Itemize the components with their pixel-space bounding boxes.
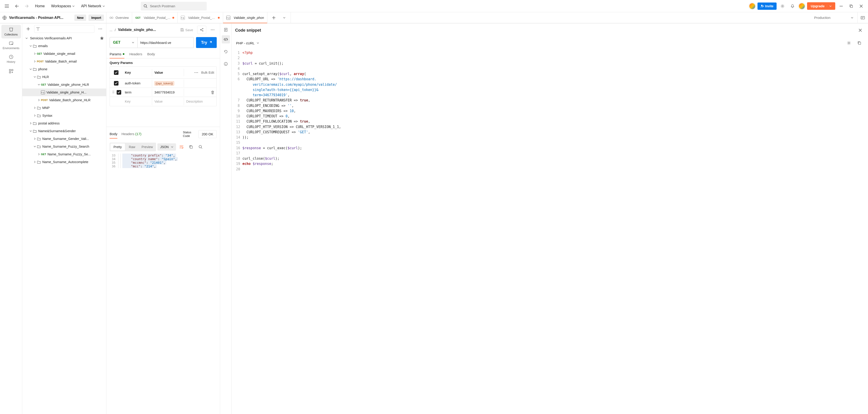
view-pretty[interactable]: Pretty: [110, 143, 125, 151]
window-maximize-icon[interactable]: [847, 2, 855, 10]
param-desc-placeholder[interactable]: Description: [184, 98, 216, 105]
environment-selector[interactable]: Production: [810, 12, 858, 23]
nav-home[interactable]: Home: [33, 2, 47, 10]
nav-workspaces-label: Workspaces: [51, 4, 71, 8]
more-options-icon[interactable]: [209, 26, 217, 34]
nav-configure[interactable]: [1, 67, 21, 76]
url-input[interactable]: https://dashboard.ve: [137, 37, 194, 48]
nav-history[interactable]: History: [1, 52, 21, 66]
view-preview[interactable]: Preview: [138, 143, 156, 151]
bulk-edit-button[interactable]: Bulk Edit: [201, 71, 214, 75]
tree-folder-emails[interactable]: emails: [22, 42, 106, 50]
method-selector[interactable]: GET: [110, 37, 137, 48]
close-snippet-icon[interactable]: [856, 26, 864, 34]
tab-validate-postal-1[interactable]: GET Validate_Postal_Adc: [132, 12, 178, 23]
delete-row-icon[interactable]: [211, 91, 214, 94]
row-checkbox[interactable]: [114, 81, 119, 86]
star-icon[interactable]: [100, 36, 104, 40]
param-key[interactable]: term: [123, 89, 152, 96]
snippet-settings-icon[interactable]: [845, 39, 853, 47]
breadcrumb[interactable]: ...: [110, 28, 113, 32]
save-button[interactable]: Save: [179, 27, 195, 33]
tab-validate-postal-2[interactable]: e.g. Validate_Postal_Adc: [178, 12, 223, 23]
response-tab-body[interactable]: Body: [110, 132, 117, 136]
more-options-icon[interactable]: [96, 25, 104, 33]
new-tab-button[interactable]: [270, 13, 278, 22]
window-minimize-icon[interactable]: [837, 2, 845, 10]
wrap-lines-icon[interactable]: [177, 143, 186, 151]
tab-validate-single-phone[interactable]: e.g. Validate_single_phon: [223, 12, 267, 23]
tree-example[interactable]: e.g. Validate_single_phone_H...: [22, 88, 106, 96]
folder-icon: [37, 106, 41, 110]
copy-snippet-icon[interactable]: [855, 39, 864, 47]
search-response-icon[interactable]: [196, 143, 205, 151]
tree-folder[interactable]: Name_Surname_Gender_Vali...: [22, 135, 106, 143]
notifications-icon[interactable]: [788, 2, 797, 10]
select-all-checkbox[interactable]: [114, 70, 119, 75]
table-row: auth-token {{api_token}}: [110, 79, 216, 88]
back-icon[interactable]: [13, 2, 21, 10]
tree-folder-nsg[interactable]: Name&Surname&Gender: [22, 127, 106, 135]
tree-request[interactable]: POST Validate_Batch_phone_HLR: [22, 96, 106, 104]
more-options-icon[interactable]: [193, 68, 199, 77]
hamburger-icon[interactable]: [3, 2, 11, 10]
share-button[interactable]: [197, 26, 206, 34]
param-value[interactable]: {{api_token}}: [152, 80, 184, 87]
tree-folder-phone[interactable]: phone: [22, 65, 106, 73]
param-value[interactable]: 34677934019: [152, 89, 184, 96]
settings-icon[interactable]: [778, 2, 786, 10]
add-button[interactable]: [24, 25, 32, 33]
try-button[interactable]: Try: [196, 37, 217, 48]
example-icon: e.g.: [41, 90, 45, 94]
tree-request[interactable]: GET Name_Surname_Fuzzy_Se...: [22, 150, 106, 158]
param-description[interactable]: [184, 89, 216, 96]
info-icon[interactable]: [222, 60, 230, 68]
refresh-icon[interactable]: [222, 48, 230, 56]
filter-input[interactable]: [34, 25, 94, 33]
new-button[interactable]: New: [74, 14, 86, 21]
format-selector[interactable]: JSON: [157, 143, 176, 151]
drag-handle-icon[interactable]: ⠿: [110, 89, 114, 96]
snippet-code: 1<?php23$curl = curl_init();45curl_setop…: [231, 49, 868, 173]
response-tab-headers[interactable]: Headers (17): [121, 132, 142, 136]
code-snippet-icon[interactable]: [222, 35, 230, 43]
team-avatar[interactable]: [749, 3, 756, 9]
documentation-icon[interactable]: [222, 26, 230, 34]
nav-collections[interactable]: Collections: [1, 25, 21, 38]
tree-request[interactable]: GET Validate_single_phone_HLR: [22, 81, 106, 88]
search-input[interactable]: Search Postman: [141, 2, 207, 10]
snippet-language-selector[interactable]: PHP - cURL: [236, 41, 254, 45]
param-value-placeholder[interactable]: Value: [152, 98, 184, 105]
row-checkbox[interactable]: [117, 90, 121, 95]
view-raw[interactable]: Raw: [126, 143, 138, 151]
tree-folder[interactable]: Name_Surname_Fuzzy_Search: [22, 143, 106, 150]
user-avatar[interactable]: [798, 3, 805, 9]
param-key-placeholder[interactable]: Key: [123, 98, 152, 105]
tree-folder-syntax[interactable]: Syntax: [22, 112, 106, 119]
tree-folder[interactable]: Name_Surname_Autocomplete: [22, 158, 106, 166]
tree-root[interactable]: Servicios Verificaremails API: [22, 34, 106, 42]
invite-button[interactable]: Invite: [757, 2, 777, 10]
tree-folder-hlr[interactable]: HLR: [22, 73, 106, 81]
subtab-headers[interactable]: Headers: [129, 50, 142, 58]
window-close-icon[interactable]: [857, 2, 865, 10]
nav-workspaces[interactable]: Workspaces: [49, 2, 77, 10]
tab-overview[interactable]: Overview: [106, 12, 132, 23]
folder-icon: [33, 129, 37, 133]
param-key[interactable]: auth-token: [123, 80, 152, 87]
environment-quicklook-icon[interactable]: [859, 13, 867, 22]
upgrade-button[interactable]: Upgrade: [807, 2, 835, 10]
tree-request[interactable]: POST Validate_Batch_email: [22, 58, 106, 65]
tree-folder-postal[interactable]: postal address: [22, 119, 106, 127]
nav-api-network[interactable]: API Network: [79, 2, 107, 10]
tab-options-button[interactable]: [280, 13, 288, 22]
subtab-params[interactable]: Params: [110, 50, 124, 58]
subtab-body[interactable]: Body: [147, 50, 155, 58]
import-button[interactable]: Import: [89, 14, 104, 21]
nav-environments[interactable]: Environments: [1, 38, 21, 52]
param-description[interactable]: [184, 82, 216, 85]
tree-request[interactable]: GET Validate_single_email: [22, 50, 106, 58]
forward-icon[interactable]: [23, 2, 31, 10]
tree-folder-mnp[interactable]: MNP: [22, 104, 106, 112]
copy-icon[interactable]: [187, 143, 195, 151]
